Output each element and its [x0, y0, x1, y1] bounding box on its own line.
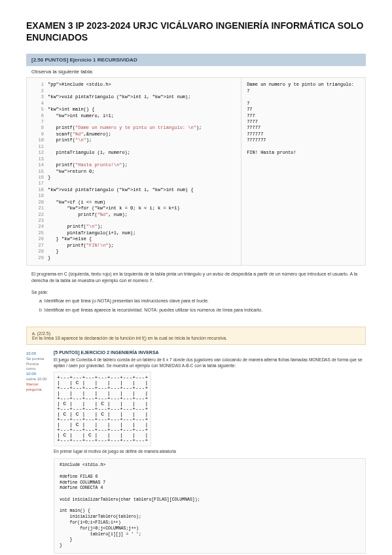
explain-bullet-2: b Identificar en qué líneas aparece la r…	[39, 307, 361, 313]
score-max: 10.00	[26, 372, 48, 377]
code-source: 1"pp">#include <stdio.h> 2 3"kw">void pi…	[27, 78, 241, 265]
exercise-2-intro: El juego de Conecta-4 de tablero consta …	[54, 357, 366, 369]
code-table: 1"pp">#include <stdio.h> 2 3"kw">void pi…	[26, 77, 366, 266]
exercise-2-text2: En primer lugar el motivo de juego se de…	[54, 449, 366, 455]
game-board: +---+---+---+---+---+---+---+ | | C | | …	[54, 372, 151, 446]
score-l3: Puntúa como	[26, 362, 48, 372]
exercise-2-body: [5 PUNTOS] EJERCICIO 2 INGENIERÍA INVERS…	[54, 350, 366, 555]
flag-link[interactable]: Marcar pregunta	[26, 382, 48, 393]
observe-text: Observa la siguiente tabla:	[26, 66, 366, 77]
exercise-1-header: [2.50 PUNTOS] Ejercicio 1 RECURSIVIDAD	[26, 54, 366, 66]
explain-sub: Se pide:	[31, 289, 361, 296]
score-sidebar: 10.00 Se puntúa Puntúa como 10.00 sobre …	[26, 350, 51, 393]
explain-p1: El programa en C (izquierda, texto rojo)…	[31, 271, 361, 284]
explain-bullet-1: a Identificar en qué línea (o NOTA) pres…	[39, 298, 361, 304]
exercise-2-title: [5 PUNTOS] EJERCICIO 2 INGENIERÍA INVERS…	[54, 350, 366, 355]
page-title: EXAMEN 3 IP 2023-2024 URJC VICÁLVARO ING…	[26, 20, 366, 43]
answer-text: En la línea 18 aparece la declaración de…	[32, 336, 360, 340]
score-l5: sobre 10.00	[26, 377, 48, 382]
score-l2: Se puntúa	[26, 357, 48, 362]
answer-label: a. (2/2.5)	[32, 331, 360, 336]
answer-box: a. (2/2.5) En la línea 18 aparece la dec…	[26, 327, 366, 345]
code-block-init: #include <stdio.h> #define FILAS 6 #defi…	[54, 458, 366, 553]
exercise-1-explanation: El programa en C (izquierda, texto rojo)…	[26, 266, 366, 321]
score-value: 10.00	[26, 351, 48, 357]
code-output: Dame un numero y te pinto un triangulo: …	[241, 78, 365, 265]
